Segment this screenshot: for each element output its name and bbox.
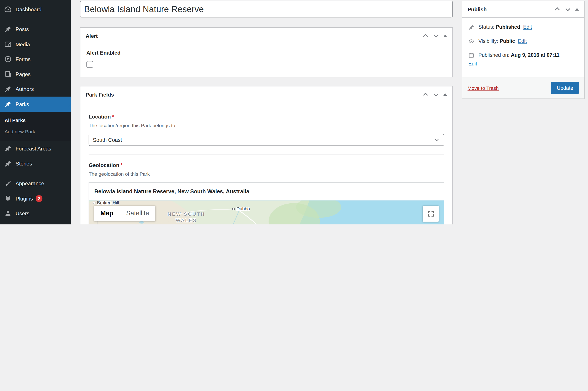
location-select-value: South Coast xyxy=(93,137,122,143)
location-description: The location/region this Park belongs to xyxy=(89,123,444,128)
status-value: Published xyxy=(496,24,520,30)
map-label-new-south-wales: NEW SOUTH WALES xyxy=(168,211,205,224)
geolocation-label: Geolocation* xyxy=(89,162,444,168)
sidebar-item-label: Users xyxy=(15,210,29,216)
move-down-button[interactable] xyxy=(434,33,438,38)
map-type-control: Map Satellite xyxy=(94,206,156,221)
required-asterisk: * xyxy=(112,114,114,120)
pushpin-icon xyxy=(4,145,12,152)
sidebar-item-label: Authors xyxy=(15,86,34,92)
sidebar-item-pages[interactable]: Pages xyxy=(0,67,71,82)
sidebar-item-appearance[interactable]: Appearance xyxy=(0,176,71,191)
visibility-row: Visibility: Public Edit xyxy=(468,37,578,45)
pages-icon xyxy=(4,71,12,78)
post-title-input[interactable] xyxy=(80,1,453,17)
sidebar-item-posts[interactable]: Posts xyxy=(0,22,71,37)
pushpin-icon xyxy=(468,24,474,30)
plugins-update-badge: 2 xyxy=(36,195,42,202)
plugins-icon xyxy=(4,195,12,202)
toggle-panel-button[interactable] xyxy=(443,35,447,37)
geolocation-search-input[interactable]: Belowla Island Nature Reserve, New South… xyxy=(89,183,444,200)
pushpin-icon xyxy=(4,85,12,93)
park-fields-metabox: Park Fields Location* The location/regio… xyxy=(80,86,453,224)
location-label: Location* xyxy=(89,114,444,120)
wordpress-admin-edit-park: Dashboard Posts Media Forms Pages Author… xyxy=(0,0,588,224)
editor-column: Alert Alert Enabled Park Fields xyxy=(80,1,453,224)
location-select[interactable]: South Coast xyxy=(89,134,444,146)
status-edit-link[interactable]: Edit xyxy=(523,24,532,30)
pushpin-icon xyxy=(4,25,12,33)
toggle-panel-button[interactable] xyxy=(443,93,447,96)
sidebar-item-forecast-areas[interactable]: Forecast Areas xyxy=(0,141,71,156)
forms-icon xyxy=(4,55,12,63)
admin-content: Alert Alert Enabled Park Fields xyxy=(71,0,588,224)
dashboard-icon xyxy=(4,6,12,13)
sidebar-item-media[interactable]: Media xyxy=(0,37,71,52)
location-field: Location* The location/region this Park … xyxy=(89,114,444,146)
geolocation-map-widget: Belowla Island Nature Reserve, New South… xyxy=(89,182,444,224)
visibility-edit-link[interactable]: Edit xyxy=(518,38,527,44)
sidebar-item-label: Appearance xyxy=(15,181,44,187)
fullscreen-button[interactable] xyxy=(423,206,439,222)
pushpin-icon xyxy=(4,100,12,108)
sidebar-item-label: Dashboard xyxy=(15,6,41,12)
media-icon xyxy=(4,40,12,48)
fullscreen-icon xyxy=(427,210,435,217)
published-on-label: Published on: xyxy=(478,52,509,58)
alert-metabox-header: Alert xyxy=(80,28,452,44)
google-map[interactable]: Broken Hill Dubbo NEW SOUTH WALES Blackt… xyxy=(89,200,444,224)
sidebar-item-label: Parks xyxy=(15,101,29,107)
move-down-button[interactable] xyxy=(434,92,438,96)
move-to-trash-link[interactable]: Move to Trash xyxy=(468,85,499,91)
required-asterisk: * xyxy=(120,162,123,168)
publish-metabox: Publish Status: Published Edit xyxy=(462,1,585,99)
map-label-broken-hill: Broken Hill xyxy=(93,200,119,205)
metabox-title: Alert xyxy=(86,33,424,39)
published-on-edit-link[interactable]: Edit xyxy=(468,60,477,68)
sidebar-item-stories[interactable]: Stories xyxy=(0,156,71,171)
sidebar-item-label: Posts xyxy=(15,26,29,32)
sidebar-item-label: Pages xyxy=(15,71,30,77)
published-on-row: Published on: Aug 9, 2016 at 07:11 Edit xyxy=(468,51,578,68)
sidebar-item-label: Media xyxy=(15,41,30,47)
park-fields-metabox-header: Park Fields xyxy=(80,86,452,103)
sidebar-item-forms[interactable]: Forms xyxy=(0,52,71,67)
toggle-panel-button[interactable] xyxy=(575,8,579,11)
sidebar-item-authors[interactable]: Authors xyxy=(0,82,71,97)
submenu-item-all-parks[interactable]: All Parks xyxy=(0,115,71,126)
visibility-value: Public xyxy=(500,38,515,44)
alert-metabox-body: Alert Enabled xyxy=(80,44,452,77)
pushpin-icon xyxy=(4,160,12,168)
publish-metabox-body: Status: Published Edit Visibility: Publi… xyxy=(462,18,584,77)
sidebar-item-tools[interactable]: Tools xyxy=(0,221,71,224)
eye-icon xyxy=(468,38,474,44)
publish-metabox-header: Publish xyxy=(462,1,584,18)
alert-enabled-checkbox[interactable] xyxy=(86,61,93,68)
sidebar-item-users[interactable]: Users xyxy=(0,206,71,221)
sidebar-item-parks[interactable]: Parks xyxy=(0,97,71,111)
menu-separator xyxy=(0,17,71,22)
map-type-map-button[interactable]: Map xyxy=(94,206,120,221)
sidebar-item-plugins[interactable]: Plugins 2 xyxy=(0,191,71,206)
status-label: Status: xyxy=(478,24,494,30)
status-row: Status: Published Edit xyxy=(468,23,578,31)
users-icon xyxy=(4,210,12,217)
menu-separator xyxy=(0,171,71,176)
sidebar-item-label: Forms xyxy=(15,56,30,62)
submenu-item-add-new-park[interactable]: Add new Park xyxy=(0,126,71,137)
sidebar-item-label: Plugins xyxy=(15,196,33,201)
geolocation-field: Geolocation* The geolocation of this Par… xyxy=(89,154,444,224)
update-button[interactable]: Update xyxy=(551,82,579,94)
geolocation-description: The geolocation of this Park xyxy=(89,171,444,177)
sidebar-item-label: Forecast Areas xyxy=(15,145,51,152)
visibility-label: Visibility: xyxy=(478,38,498,44)
admin-sidebar: Dashboard Posts Media Forms Pages Author… xyxy=(0,0,71,224)
sidebar-item-label: Stories xyxy=(15,161,32,167)
parks-submenu: All Parks Add new Park xyxy=(0,111,71,141)
sidebar-item-dashboard[interactable]: Dashboard xyxy=(0,2,71,17)
move-down-button[interactable] xyxy=(565,6,570,11)
publishing-actions: Move to Trash Update xyxy=(462,77,584,98)
map-label-dubbo: Dubbo xyxy=(232,206,250,211)
metabox-title: Park Fields xyxy=(86,92,424,98)
map-type-satellite-button[interactable]: Satellite xyxy=(120,206,156,221)
